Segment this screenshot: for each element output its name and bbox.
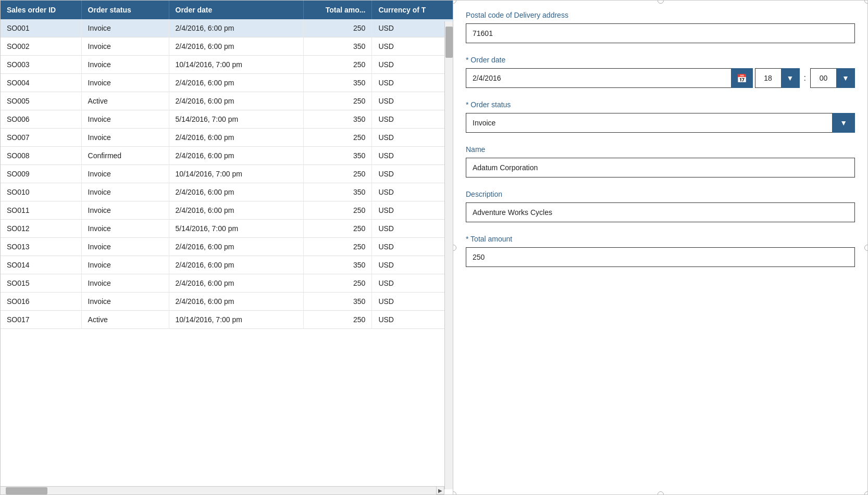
sales-order-table: Sales order ID Order status Order date T… [1,1,453,329]
col-header-total-amount[interactable]: Total amo... [303,1,371,19]
cell-order-date: 2/4/2016, 6:00 pm [169,183,303,201]
cell-currency: USD [372,37,453,56]
cell-currency: USD [372,201,453,220]
order-status-dropdown-button[interactable]: ▼ [832,113,855,133]
table-row[interactable]: SO013Invoice2/4/2016, 6:00 pm250USD [1,238,453,256]
scroll-arrow-right[interactable]: ▶ [436,486,444,494]
cell-order-status: Invoice [81,37,169,56]
cell-total-amount: 350 [303,293,371,311]
hour-wrapper: ▼ [755,68,800,88]
table-row[interactable]: SO001Invoice2/4/2016, 6:00 pm250USD [1,19,453,37]
table-row[interactable]: SO016Invoice2/4/2016, 6:00 pm350USD [1,293,453,311]
cell-order-status: Active [81,311,169,329]
cell-order-date: 10/14/2016, 7:00 pm [169,165,303,183]
total-amount-input[interactable] [466,247,855,267]
cell-order-date: 5/14/2016, 7:00 pm [169,220,303,238]
table-row[interactable]: SO004Invoice2/4/2016, 6:00 pm350USD [1,74,453,92]
cell-currency: USD [372,56,453,74]
name-input[interactable] [466,158,855,177]
cell-order-status: Invoice [81,293,169,311]
order-date-field: Order date 📅 ▼ : [466,56,855,88]
col-header-currency[interactable]: Currency of T [372,1,453,19]
date-input[interactable] [466,68,731,88]
cell-total-amount: 250 [303,274,371,293]
description-field: Description [466,190,855,222]
cell-sales-order-id: SO008 [1,147,81,165]
resize-handle-top-mid[interactable] [658,0,664,4]
vertical-scrollbar[interactable] [444,21,453,489]
resize-handle-mid-right[interactable] [864,245,868,251]
table-row[interactable]: SO008Confirmed2/4/2016, 6:00 pm350USD [1,147,453,165]
cell-sales-order-id: SO014 [1,256,81,274]
postal-code-field: Postal code of Delivery address [466,11,855,43]
col-header-sales-order-id[interactable]: Sales order ID [1,1,81,19]
form-panel: Postal code of Delivery address Order da… [453,0,868,495]
table-row[interactable]: SO005Active2/4/2016, 6:00 pm250USD [1,92,453,110]
cell-order-status: Invoice [81,256,169,274]
hour-dropdown-button[interactable]: ▼ [781,68,800,88]
cell-order-status: Invoice [81,183,169,201]
resize-handle-bot-right[interactable] [864,491,868,495]
table-row[interactable]: SO014Invoice2/4/2016, 6:00 pm350USD [1,256,453,274]
cell-order-status: Invoice [81,274,169,293]
resize-handle-mid-left[interactable] [453,245,456,251]
postal-code-input[interactable] [466,23,855,43]
table-row[interactable]: SO012Invoice5/14/2016, 7:00 pm250USD [1,220,453,238]
resize-handle-top-right[interactable] [864,0,868,4]
table-row[interactable]: SO010Invoice2/4/2016, 6:00 pm350USD [1,183,453,201]
cell-currency: USD [372,274,453,293]
cell-total-amount: 250 [303,19,371,37]
minute-dropdown-button[interactable]: ▼ [836,68,855,88]
cell-total-amount: 350 [303,74,371,92]
cell-total-amount: 250 [303,311,371,329]
cell-order-date: 2/4/2016, 6:00 pm [169,147,303,165]
cell-order-date: 2/4/2016, 6:00 pm [169,37,303,56]
resize-handle-bot-left[interactable] [453,491,456,495]
order-status-select[interactable]: Invoice Active Confirmed [466,113,832,133]
horizontal-scrollbar-thumb[interactable] [6,487,47,494]
cell-order-date: 10/14/2016, 7:00 pm [169,56,303,74]
col-header-order-status[interactable]: Order status [81,1,169,19]
hour-input[interactable] [755,68,781,88]
cell-sales-order-id: SO009 [1,165,81,183]
table-row[interactable]: SO007Invoice2/4/2016, 6:00 pm250USD [1,129,453,147]
cell-order-status: Active [81,92,169,110]
resize-handle-top-left[interactable] [453,0,456,4]
cell-order-status: Invoice [81,56,169,74]
table-panel: Sales order ID Order status Order date T… [0,0,453,495]
table-row[interactable]: SO015Invoice2/4/2016, 6:00 pm250USD [1,274,453,293]
table-wrapper: Sales order ID Order status Order date T… [1,1,453,494]
resize-handle-bot-mid[interactable] [658,491,664,495]
cell-sales-order-id: SO002 [1,37,81,56]
cell-sales-order-id: SO006 [1,110,81,129]
minute-input[interactable] [810,68,836,88]
cell-total-amount: 350 [303,183,371,201]
table-row[interactable]: SO002Invoice2/4/2016, 6:00 pm350USD [1,37,453,56]
table-row[interactable]: SO017Active10/14/2016, 7:00 pm250USD [1,311,453,329]
table-row[interactable]: SO003Invoice10/14/2016, 7:00 pm250USD [1,56,453,74]
total-amount-field: Total amount [466,235,855,267]
cell-sales-order-id: SO016 [1,293,81,311]
col-header-order-date[interactable]: Order date [169,1,303,19]
table-row[interactable]: SO006Invoice5/14/2016, 7:00 pm350USD [1,110,453,129]
cell-order-date: 2/4/2016, 6:00 pm [169,293,303,311]
calendar-button[interactable]: 📅 [731,68,753,88]
order-date-label: Order date [466,56,855,64]
name-field: Name [466,145,855,177]
table-row[interactable]: SO011Invoice2/4/2016, 6:00 pm250USD [1,201,453,220]
cell-order-date: 2/4/2016, 6:00 pm [169,92,303,110]
date-input-wrapper: 📅 [466,68,753,88]
hour-chevron-icon: ▼ [787,74,794,82]
cell-total-amount: 350 [303,256,371,274]
vertical-scrollbar-thumb[interactable] [445,27,453,58]
description-input[interactable] [466,202,855,222]
cell-order-date: 2/4/2016, 6:00 pm [169,274,303,293]
cell-sales-order-id: SO013 [1,238,81,256]
cell-order-date: 10/14/2016, 7:00 pm [169,311,303,329]
cell-sales-order-id: SO004 [1,74,81,92]
order-status-chevron-icon: ▼ [840,119,847,127]
cell-order-status: Invoice [81,129,169,147]
table-row[interactable]: SO009Invoice10/14/2016, 7:00 pm250USD [1,165,453,183]
horizontal-scrollbar[interactable] [1,486,444,494]
cell-total-amount: 250 [303,238,371,256]
